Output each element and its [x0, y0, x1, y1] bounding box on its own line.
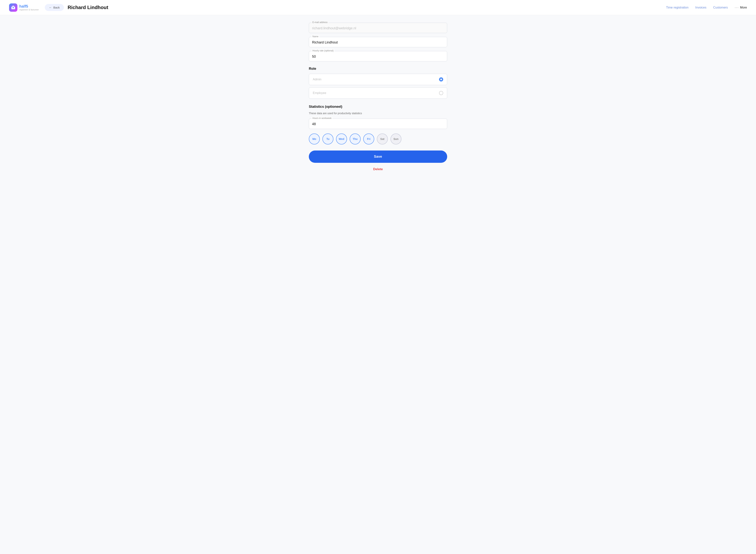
delete-button[interactable]: Delete	[309, 167, 447, 171]
stats-subtitle: These data are used for productivity sta…	[309, 112, 447, 115]
more-button[interactable]: ··· More	[735, 5, 747, 10]
page-title: Richard Lindhout	[68, 5, 108, 10]
day-button-fri[interactable]: Fri	[363, 133, 374, 145]
day-button-wed[interactable]: Wed	[336, 133, 347, 145]
hourly-rate-field-wrapper: Hourly rate (optional)	[309, 51, 447, 61]
main-content: E-mail address Name Hourly rate (optiona…	[304, 15, 452, 186]
email-input[interactable]	[309, 23, 447, 33]
name-group: Name	[309, 37, 447, 47]
role-employee-option[interactable]: Employee	[309, 87, 447, 99]
role-admin-option[interactable]: Admin	[309, 74, 447, 85]
hours-workweek-group: Hours in workweek	[309, 119, 447, 129]
hours-label: Hours in workweek	[312, 117, 332, 119]
role-section: Role Admin Employee	[309, 67, 447, 99]
more-label: More	[740, 6, 747, 9]
save-button[interactable]: Save	[309, 151, 447, 163]
back-label: Back	[53, 6, 60, 9]
logo-name: half5	[19, 4, 39, 8]
hourly-rate-input[interactable]	[309, 51, 447, 61]
logo-icon	[9, 3, 17, 12]
more-dots-icon: ···	[735, 5, 739, 10]
nav-invoices[interactable]: Invoices	[695, 6, 706, 9]
logo: half5 registreer & factureer	[9, 3, 39, 12]
role-section-title: Role	[309, 67, 447, 71]
nav-time-registration[interactable]: Time registration	[666, 6, 689, 9]
nav-customers[interactable]: Customers	[713, 6, 728, 9]
name-field-wrapper: Name	[309, 37, 447, 47]
role-employee-label: Employee	[313, 91, 326, 95]
stats-title: Statistics (optioneel)	[309, 105, 447, 109]
day-button-sat[interactable]: Sat	[377, 133, 388, 145]
name-label: Name	[312, 35, 319, 38]
day-button-tu[interactable]: Tu	[323, 133, 333, 145]
day-button-sun[interactable]: Sun	[391, 133, 401, 145]
hours-workweek-input[interactable]	[309, 119, 447, 129]
email-group: E-mail address	[309, 23, 447, 33]
email-field-wrapper: E-mail address	[309, 23, 447, 33]
role-employee-radio[interactable]	[439, 91, 443, 95]
role-admin-label: Admin	[313, 78, 321, 81]
hourly-rate-group: Hourly rate (optional)	[309, 51, 447, 61]
back-arrow-icon: ←	[49, 6, 52, 9]
logo-text: half5 registreer & factureer	[19, 4, 39, 11]
day-button-thu[interactable]: Thu	[350, 133, 361, 145]
statistics-section: Statistics (optioneel) These data are us…	[309, 105, 447, 145]
main-nav: Time registration Invoices Customers ···…	[666, 5, 747, 10]
day-button-mo[interactable]: Mo	[309, 133, 320, 145]
back-button[interactable]: ← Back	[45, 4, 64, 11]
hourly-rate-label: Hourly rate (optional)	[312, 49, 334, 52]
role-admin-radio[interactable]	[439, 77, 443, 81]
email-label: E-mail address	[312, 21, 328, 23]
svg-point-2	[13, 7, 14, 8]
name-input[interactable]	[309, 37, 447, 47]
day-buttons-group: MoTuWedThuFriSatSun	[309, 133, 447, 145]
hours-field-wrapper: Hours in workweek	[309, 119, 447, 129]
header: half5 registreer & factureer ← Back Rich…	[0, 0, 756, 15]
logo-sub: registreer & factureer	[19, 8, 39, 11]
radio-inner-dot	[441, 79, 442, 80]
